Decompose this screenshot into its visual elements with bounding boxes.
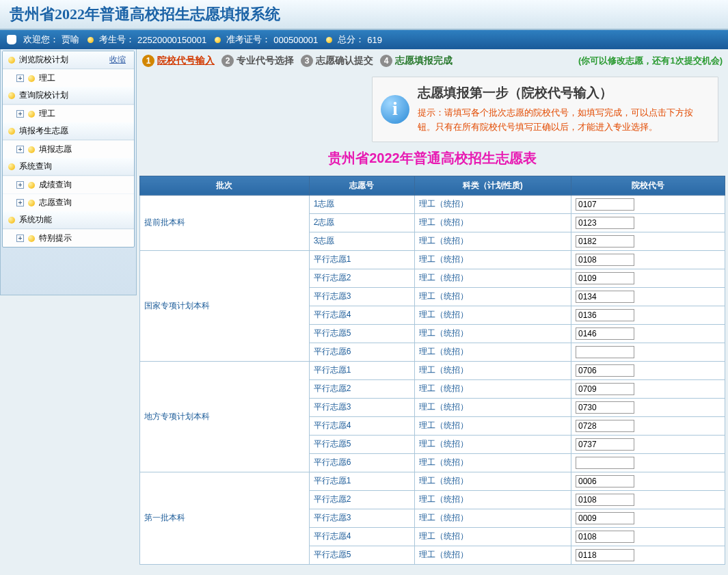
expand-icon[interactable]: + [16, 75, 24, 82]
school-code-input[interactable] [576, 291, 634, 303]
batch-cell: 第一批本科 [140, 472, 310, 564]
code-cell [571, 509, 725, 527]
expand-icon[interactable]: + [16, 181, 24, 189]
school-code-input[interactable] [576, 235, 634, 248]
category-cell: 理工（统招） [414, 324, 571, 343]
category-cell: 理工（统招） [414, 453, 571, 472]
expand-icon[interactable]: + [16, 146, 24, 153]
school-code-input[interactable] [576, 364, 634, 377]
volunteer-cell: 平行志愿6 [309, 453, 414, 472]
sidebar-item[interactable]: +理工 [3, 105, 134, 122]
volunteer-cell: 平行志愿5 [309, 324, 414, 343]
page-title: 贵州省2022年普通高校招生志愿填报系统 [10, 4, 718, 25]
cup-icon [7, 35, 16, 44]
dot-icon [87, 37, 94, 43]
school-code-input[interactable] [576, 401, 634, 414]
school-code-input[interactable] [576, 383, 634, 395]
school-code-input[interactable] [576, 254, 634, 266]
expand-icon[interactable]: + [16, 235, 24, 242]
category-cell: 理工（统招） [414, 361, 571, 379]
school-code-input[interactable] [576, 549, 634, 561]
school-code-input[interactable] [576, 531, 634, 543]
sidebar-item-label: 特别提示 [39, 232, 72, 244]
sidebar-item[interactable]: +成绩查询 [3, 176, 134, 193]
hint-text: 提示：请填写各个批次志愿的院校代号，如填写完成，可以点击下方按钮。只有在所有院校… [418, 106, 710, 135]
sidebar-group-label: 浏览院校计划 [19, 54, 68, 66]
sidebar-item-label: 志愿查询 [39, 197, 72, 209]
sidebar-item[interactable]: +特别提示 [3, 229, 134, 247]
bullet-icon [8, 128, 15, 135]
category-cell: 理工（统招） [414, 232, 571, 250]
bullet-icon [8, 217, 15, 224]
school-code-input[interactable] [576, 272, 634, 284]
volunteer-cell: 平行志愿4 [309, 306, 414, 324]
selection-table: 批次志愿号科类（计划性质)院校代号 提前批本科1志愿理工（统招）2志愿理工（统招… [139, 176, 725, 565]
school-code-input[interactable] [576, 217, 634, 229]
admit-id-label: 准考证号： [226, 34, 271, 46]
code-cell [571, 232, 725, 250]
volunteer-cell: 3志愿 [309, 232, 414, 250]
step-number-icon: 1 [142, 55, 154, 67]
school-code-input[interactable] [576, 198, 634, 211]
table-header: 科类（计划性质) [414, 176, 571, 195]
school-code-input[interactable] [576, 457, 634, 469]
exam-id-label: 考生号： [99, 34, 135, 46]
collapse-link[interactable]: 收缩 [109, 54, 129, 66]
category-cell: 理工（统招） [414, 472, 571, 490]
sidebar-group[interactable]: 系统功能 [3, 211, 134, 229]
code-cell [571, 324, 725, 343]
sidebar-group[interactable]: 填报考生志愿 [3, 122, 134, 140]
category-cell: 理工（统招） [414, 250, 571, 269]
volunteer-cell: 平行志愿4 [309, 416, 414, 435]
table-header: 批次 [140, 176, 310, 195]
step[interactable]: 1院校代号输入 [142, 55, 215, 67]
sidebar-item[interactable]: +填报志愿 [3, 140, 134, 158]
sidebar-group[interactable]: 浏览院校计划收缩 [3, 51, 134, 69]
hint-title: 志愿填报第一步（院校代号输入） [418, 84, 710, 102]
score: 619 [367, 35, 382, 45]
category-cell: 理工（统招） [414, 269, 571, 287]
volunteer-cell: 平行志愿3 [309, 398, 414, 416]
bullet-icon [8, 57, 15, 64]
category-cell: 理工（统招） [414, 195, 571, 213]
school-code-input[interactable] [576, 475, 634, 487]
batch-cell: 国家专项计划本科 [140, 250, 310, 361]
code-cell [571, 195, 725, 213]
sidebar-group[interactable]: 查询院校计划 [3, 87, 134, 105]
expand-icon[interactable]: + [16, 110, 24, 118]
volunteer-cell: 平行志愿2 [309, 490, 414, 509]
sidebar-group-label: 填报考生志愿 [19, 125, 68, 137]
expand-icon[interactable]: + [16, 199, 24, 206]
code-cell [571, 398, 725, 416]
school-code-input[interactable] [576, 420, 634, 432]
welcome-label: 欢迎您： [23, 34, 59, 46]
sidebar-group-label: 系统功能 [19, 214, 52, 226]
batch-cell: 提前批本科 [140, 195, 310, 250]
code-cell [571, 379, 725, 398]
school-code-input[interactable] [576, 346, 634, 358]
school-code-input[interactable] [576, 512, 634, 524]
school-code-input[interactable] [576, 309, 634, 321]
sidebar-item[interactable]: +志愿查询 [3, 193, 134, 211]
volunteer-cell: 2志愿 [309, 213, 414, 232]
sidebar-item[interactable]: +理工 [3, 69, 134, 87]
sidebar-item-label: 填报志愿 [39, 144, 72, 155]
sidebar-item-label: 理工 [39, 72, 55, 84]
school-code-input[interactable] [576, 438, 634, 451]
bullet-icon [28, 182, 35, 189]
category-cell: 理工（统招） [414, 306, 571, 324]
table-row: 地方专项计划本科平行志愿1理工（统招） [140, 361, 725, 379]
table-row: 国家专项计划本科平行志愿1理工（统招） [140, 250, 725, 269]
batch-cell: 地方专项计划本科 [140, 361, 310, 472]
exam-id: 22520000150001 [137, 35, 206, 45]
sidebar-group[interactable]: 系统查询 [3, 158, 134, 176]
school-code-input[interactable] [576, 327, 634, 340]
category-cell: 理工（统招） [414, 379, 571, 398]
code-cell [571, 453, 725, 472]
school-code-input[interactable] [576, 494, 634, 506]
volunteer-cell: 平行志愿1 [309, 250, 414, 269]
table-header: 院校代号 [571, 176, 725, 195]
bullet-icon [28, 146, 35, 153]
volunteer-cell: 平行志愿2 [309, 269, 414, 287]
code-cell [571, 490, 725, 509]
